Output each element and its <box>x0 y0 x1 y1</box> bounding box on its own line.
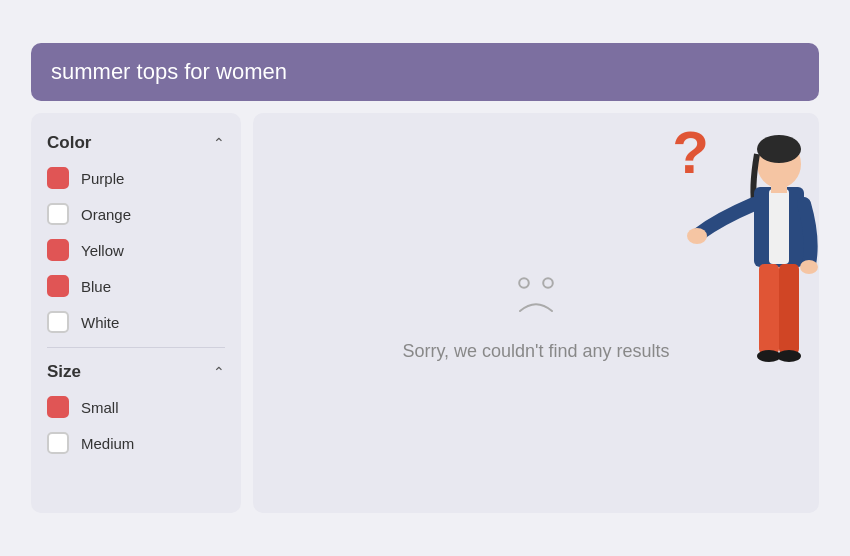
svg-point-3 <box>757 135 801 163</box>
filter-label-blue: Blue <box>81 278 111 295</box>
sad-face-icon <box>496 265 576 325</box>
svg-point-6 <box>687 228 707 244</box>
svg-point-1 <box>543 278 553 288</box>
blue-checkbox[interactable] <box>47 275 69 297</box>
svg-point-7 <box>800 260 818 274</box>
filter-label-white: White <box>81 314 119 331</box>
filter-item-blue[interactable]: Blue <box>47 275 225 297</box>
svg-rect-9 <box>779 264 799 354</box>
color-filter-title: Color <box>47 133 91 153</box>
filter-label-orange: Orange <box>81 206 131 223</box>
filter-item-white[interactable]: White <box>47 311 225 333</box>
color-chevron-icon: ⌃ <box>213 135 225 151</box>
filter-item-medium[interactable]: Medium <box>47 432 225 454</box>
illustration-figure <box>679 109 839 513</box>
medium-checkbox[interactable] <box>47 432 69 454</box>
size-filter-header[interactable]: Size ⌃ <box>47 362 225 382</box>
sidebar: Color ⌃ Purple Orange Yellow Blue <box>31 113 241 513</box>
filter-divider <box>47 347 225 348</box>
search-query: summer tops for women <box>51 59 287 84</box>
svg-rect-12 <box>771 183 787 193</box>
white-checkbox[interactable] <box>47 311 69 333</box>
no-results-message: Sorry, we couldn't find any results <box>402 341 669 362</box>
filter-item-yellow[interactable]: Yellow <box>47 239 225 261</box>
color-filter-header[interactable]: Color ⌃ <box>47 133 225 153</box>
filter-item-orange[interactable]: Orange <box>47 203 225 225</box>
size-filter-title: Size <box>47 362 81 382</box>
purple-checkbox[interactable] <box>47 167 69 189</box>
main-container: summer tops for women Color ⌃ Purple Ora… <box>15 27 835 529</box>
filter-label-yellow: Yellow <box>81 242 124 259</box>
svg-rect-8 <box>759 264 779 354</box>
filter-label-purple: Purple <box>81 170 124 187</box>
svg-point-11 <box>777 350 801 362</box>
content-area: Color ⌃ Purple Orange Yellow Blue <box>31 113 819 513</box>
filter-item-small[interactable]: Small <box>47 396 225 418</box>
yellow-checkbox[interactable] <box>47 239 69 261</box>
filter-item-purple[interactable]: Purple <box>47 167 225 189</box>
search-bar[interactable]: summer tops for women <box>31 43 819 101</box>
svg-rect-5 <box>769 189 789 264</box>
filter-label-medium: Medium <box>81 435 134 452</box>
orange-checkbox[interactable] <box>47 203 69 225</box>
filter-label-small: Small <box>81 399 119 416</box>
svg-point-0 <box>519 278 529 288</box>
small-checkbox[interactable] <box>47 396 69 418</box>
size-chevron-icon: ⌃ <box>213 364 225 380</box>
